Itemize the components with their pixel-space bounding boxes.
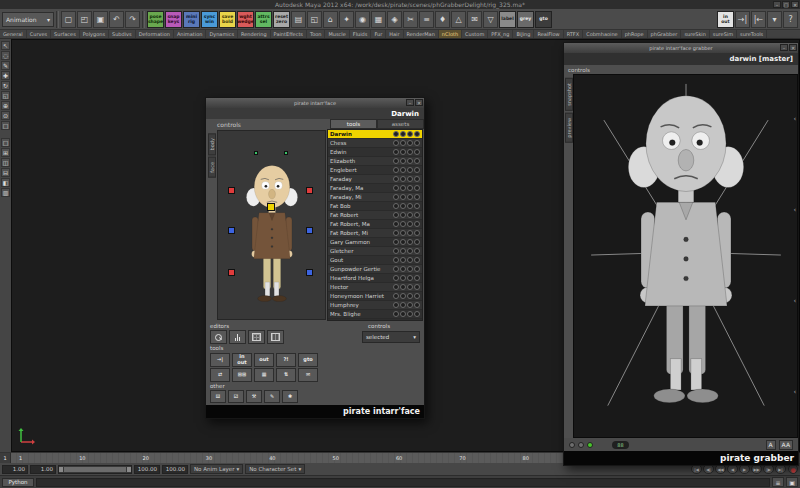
row-options-dot-button[interactable]: [414, 131, 420, 137]
character-row[interactable]: Darwin: [328, 130, 422, 139]
hypershade-persp-layout-icon[interactable]: ▥: [1, 188, 10, 197]
row-select-dot-button[interactable]: [393, 176, 399, 182]
row-select-dot-button[interactable]: [393, 257, 399, 263]
last-tool-icon[interactable]: □: [1, 121, 10, 130]
row-options-dot-button[interactable]: [414, 185, 420, 191]
row-select-dot-button[interactable]: [393, 140, 399, 146]
shelf-button[interactable]: label: [499, 11, 516, 28]
row-select-dot-button[interactable]: [393, 158, 399, 164]
shelf-button[interactable]: mini rig: [183, 11, 200, 28]
shelf-tab[interactable]: sureSim: [710, 30, 737, 38]
menu-set-dropdown[interactable]: Animation▾: [2, 12, 54, 27]
cone-icon[interactable]: △: [451, 11, 466, 28]
scissors-icon[interactable]: ✂: [403, 11, 418, 28]
record-icon[interactable]: ◉: [355, 11, 370, 28]
grabber-side-tab[interactable]: snapshot: [565, 78, 573, 111]
character-row[interactable]: Faraday, Mi: [328, 193, 422, 202]
character-row[interactable]: Humphrey: [328, 301, 422, 310]
lock-swap-button[interactable]: ⇄: [210, 368, 230, 382]
character-row[interactable]: Honeymoon Harriet: [328, 292, 422, 301]
character-row[interactable]: Gary Gammon: [328, 238, 422, 247]
character-row[interactable]: Englebert: [328, 166, 422, 175]
row-options-dot-button[interactable]: [414, 293, 420, 299]
row-visibility-dot-button[interactable]: [407, 203, 413, 209]
shelf-button[interactable]: wght wedge: [237, 11, 254, 28]
status-dot-1[interactable]: [569, 442, 575, 448]
grabber-titlebar[interactable]: pirate intarr'face grabber – ✕: [564, 43, 798, 53]
rotate-tool-icon[interactable]: ↻: [1, 81, 10, 90]
command-input[interactable]: [36, 478, 770, 487]
grabber-window[interactable]: pirate intarr'face grabber – ✕ darwin [m…: [563, 42, 799, 466]
gto-button[interactable]: gto: [298, 353, 318, 367]
shelf-tab[interactable]: Cobmhaoine: [583, 30, 622, 38]
picker-side-tab[interactable]: body: [208, 133, 216, 155]
anim-layer-dropdown[interactable]: No Anim Layer▾: [190, 464, 243, 474]
row-options-dot-button[interactable]: [414, 212, 420, 218]
show-manip-tool-icon[interactable]: ⊙: [1, 111, 10, 120]
shelf-tab[interactable]: PFX_ng: [488, 30, 513, 38]
character-row[interactable]: Gletcher: [328, 247, 422, 256]
shelf-tab[interactable]: Surfaces: [51, 30, 80, 38]
shelf-button[interactable]: pose shape: [147, 11, 164, 28]
row-visibility-dot-button[interactable]: [407, 140, 413, 146]
row-select-dot-button[interactable]: [393, 167, 399, 173]
row-key-dot-button[interactable]: [400, 176, 406, 182]
row-key-dot-button[interactable]: [400, 275, 406, 281]
character-set-dropdown[interactable]: No Character Set▾: [245, 464, 305, 474]
shelf-tab[interactable]: Hair: [386, 30, 403, 38]
range-slider-bar[interactable]: [64, 467, 126, 472]
row-options-dot-button[interactable]: [414, 149, 420, 155]
picker-handle-right-arm[interactable]: [306, 187, 313, 194]
row-visibility-dot-button[interactable]: [407, 176, 413, 182]
row-options-dot-button[interactable]: [414, 311, 420, 317]
shelf-tab[interactable]: Toon: [307, 30, 326, 38]
controls-menu[interactable]: controls: [568, 67, 590, 73]
shelf-tab[interactable]: Rendering: [238, 30, 271, 38]
row-options-dot-button[interactable]: [414, 239, 420, 245]
wrench-button[interactable]: ⚒: [246, 390, 262, 403]
picker-window[interactable]: pirate intarr'face – ✕ Darwin controls t…: [205, 97, 425, 419]
shelf-button[interactable]: sync win: [201, 11, 218, 28]
character-row[interactable]: Elizabeth: [328, 157, 422, 166]
shelf-tab[interactable]: Subdivs: [109, 30, 136, 38]
close-button[interactable]: ✕: [415, 99, 423, 106]
script-language-toggle[interactable]: Python: [2, 478, 34, 487]
row-key-dot-button[interactable]: [400, 230, 406, 236]
picker-list-tab[interactable]: assets: [377, 119, 424, 129]
grabber-side-tab[interactable]: preview: [565, 113, 573, 143]
new-scene-icon[interactable]: ▢: [61, 11, 76, 28]
shelf-tab[interactable]: Dynamics: [206, 30, 238, 38]
help-button[interactable]: ?!: [276, 353, 296, 367]
selected-dropdown[interactable]: selected ▾: [362, 331, 420, 343]
row-key-dot-button[interactable]: [400, 302, 406, 308]
row-visibility-dot-button[interactable]: [407, 248, 413, 254]
shelf-tab[interactable]: sureTools: [737, 30, 767, 38]
row-visibility-dot-button[interactable]: [407, 221, 413, 227]
row-key-dot-button[interactable]: [400, 185, 406, 191]
single-pane-layout-icon[interactable]: □: [1, 138, 10, 147]
row-visibility-dot-button[interactable]: [407, 185, 413, 191]
row-select-dot-button[interactable]: [393, 284, 399, 290]
redo-icon[interactable]: ↷: [125, 11, 140, 28]
shelf-tab[interactable]: phRope: [622, 30, 648, 38]
row-select-dot-button[interactable]: [393, 311, 399, 317]
shelf-tab[interactable]: PaintEffects: [271, 30, 307, 38]
row-visibility-dot-button[interactable]: [407, 302, 413, 308]
out-button[interactable]: out: [254, 353, 274, 367]
star-icon[interactable]: ✦: [339, 11, 354, 28]
row-visibility-dot-button[interactable]: [407, 131, 413, 137]
close-button[interactable]: ✕: [791, 1, 799, 8]
window-titlebar[interactable]: Autodesk Maya 2012 x64: /work/desk/pirat…: [0, 0, 800, 9]
row-select-dot-button[interactable]: [393, 302, 399, 308]
outliner-persp-layout-icon[interactable]: ◧: [1, 178, 10, 187]
picker-side-tab[interactable]: face: [208, 157, 216, 178]
scale-tool-icon[interactable]: ◱: [1, 91, 10, 100]
row-key-dot-button[interactable]: [400, 203, 406, 209]
collapse-chevron-icon[interactable]: ‹: [794, 207, 797, 214]
grid-button[interactable]: ▦: [254, 368, 274, 382]
row-options-dot-button[interactable]: [414, 284, 420, 290]
row-options-dot-button[interactable]: [414, 248, 420, 254]
dice-roll-button[interactable]: ⚂: [228, 390, 244, 403]
shelf-tab[interactable]: Fluids: [350, 30, 372, 38]
shelf-tab[interactable]: sureSkin: [681, 30, 709, 38]
